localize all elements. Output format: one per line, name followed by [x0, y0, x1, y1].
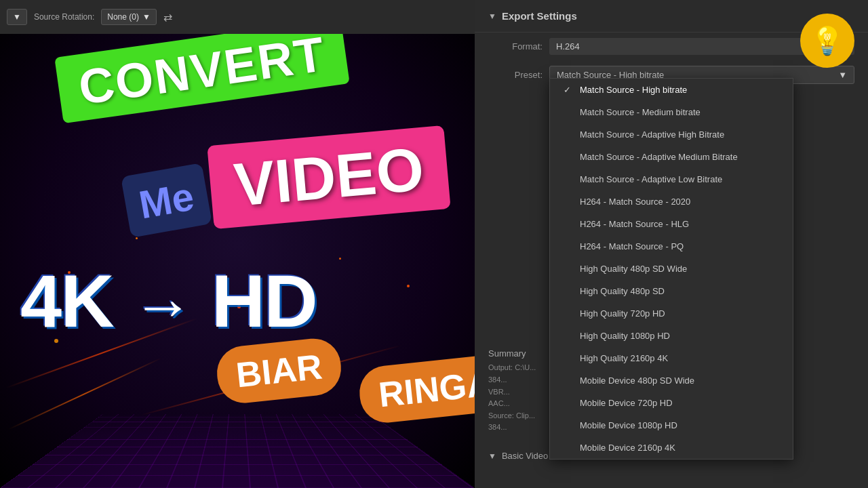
chevron-down-icon-3: ▼ — [838, 70, 847, 80]
dropdown-item-label: High Quality 1080p HD — [580, 331, 670, 341]
dropdown-item[interactable]: High Quality 480p SD Wide — [550, 258, 793, 280]
chevron-down-icon-2: ▼ — [142, 12, 151, 22]
toolbar: ▼ Source Rotation: None (0) ▼ ⇄ — [0, 0, 475, 34]
rotation-value: None (0) — [107, 12, 139, 22]
hd-label: HD — [212, 259, 317, 342]
preset-dropdown-menu: ✓Match Source - High bitrateMatch Source… — [549, 78, 793, 460]
dropdown-item-label: Match Source - Adaptive Medium Bitrate — [580, 152, 738, 162]
dropdown-item-label: High Quality 480p SD Wide — [580, 264, 687, 274]
dropdown-item-label: H264 - Match Source - 2020 — [580, 197, 690, 207]
dropdown-item-label: H264 - Match Source - HLG — [580, 219, 689, 229]
dropdown-item[interactable]: Mobile Device 720p HD — [550, 392, 793, 414]
checkmark-icon: ✓ — [564, 85, 574, 95]
dropdown-item[interactable]: Match Source - Adaptive Medium Bitrate — [550, 146, 793, 168]
dropdown-item-label: Match Source - Adaptive Low Bitrate — [580, 174, 722, 184]
dropdown-item[interactable]: High Quality 1080p HD — [550, 325, 793, 347]
arrow-label: → — [132, 272, 192, 340]
dropdown-item-label: Match Source - Adaptive High Bitrate — [580, 129, 724, 140]
chevron-down-icon: ▼ — [13, 12, 21, 22]
dropdown-item-label: Mobile Device 480p SD Wide — [580, 375, 694, 386]
source-dropdown[interactable]: ▼ — [7, 9, 27, 25]
dropdown-item-label: High Quality 720p HD — [580, 308, 665, 319]
dropdown-item[interactable]: Mobile Device 1080p HD — [550, 414, 793, 436]
export-panel: ▼ Export Settings Format: H.264 Preset: … — [475, 0, 868, 488]
format-label: Format: — [488, 41, 542, 52]
dropdown-item[interactable]: Match Source - Adaptive High Bitrate — [550, 123, 793, 146]
dropdown-item-label: H264 - Match Source - PQ — [580, 241, 684, 251]
k4-hd-text-overlay: 4K → HD — [20, 258, 317, 344]
dropdown-item-label: Match Source - High bitrate — [580, 85, 687, 95]
dropdown-item-label: Mobile Device 2160p 4K — [580, 443, 675, 453]
collapse-basic-icon: ▼ — [488, 451, 496, 461]
k4-label: 4K — [20, 259, 113, 342]
collapse-arrow-icon: ▼ — [488, 12, 496, 21]
export-settings-title: Export Settings — [502, 10, 577, 22]
lightbulb-icon: 💡 — [810, 25, 844, 57]
preset-label: Preset: — [488, 70, 542, 80]
grid-floor — [0, 414, 475, 488]
dropdown-item[interactable]: High Quality 2160p 4K — [550, 347, 793, 369]
dropdown-item[interactable]: Match Source - Adaptive Low Bitrate — [550, 168, 793, 190]
dropdown-item[interactable]: Match Source - Medium bitrate — [550, 101, 793, 123]
dropdown-item-label: Mobile Device 720p HD — [580, 398, 673, 408]
dropdown-item[interactable]: H264 - Match Source - PQ — [550, 235, 793, 258]
dropdown-item-label: High Quality 480p SD — [580, 286, 665, 296]
dropdown-item-label: Mobile Device 1080p HD — [580, 420, 677, 430]
rotation-dropdown[interactable]: None (0) ▼ — [101, 9, 157, 25]
dropdown-item[interactable]: High Quality 480p SD — [550, 280, 793, 302]
dropdown-item[interactable]: High Quality 720p HD — [550, 302, 793, 325]
dropdown-item-label: Match Source - Medium bitrate — [580, 107, 701, 117]
dropdown-item[interactable]: H264 - Match Source - 2020 — [550, 190, 793, 213]
rotation-label: Source Rotation: — [34, 12, 94, 22]
dropdown-item[interactable]: H264 - Match Source - HLG — [550, 213, 793, 235]
dropdown-item-label: High Quality 2160p 4K — [580, 353, 668, 363]
dropdown-item[interactable]: Mobile Device 2160p 4K — [550, 436, 793, 459]
lightbulb-button[interactable]: 💡 — [800, 14, 854, 68]
dropdown-item[interactable]: Mobile Device 480p SD Wide — [550, 369, 793, 392]
dropdown-item[interactable]: ✓Match Source - High bitrate — [550, 79, 793, 101]
swap-button[interactable]: ⇄ — [163, 11, 172, 24]
